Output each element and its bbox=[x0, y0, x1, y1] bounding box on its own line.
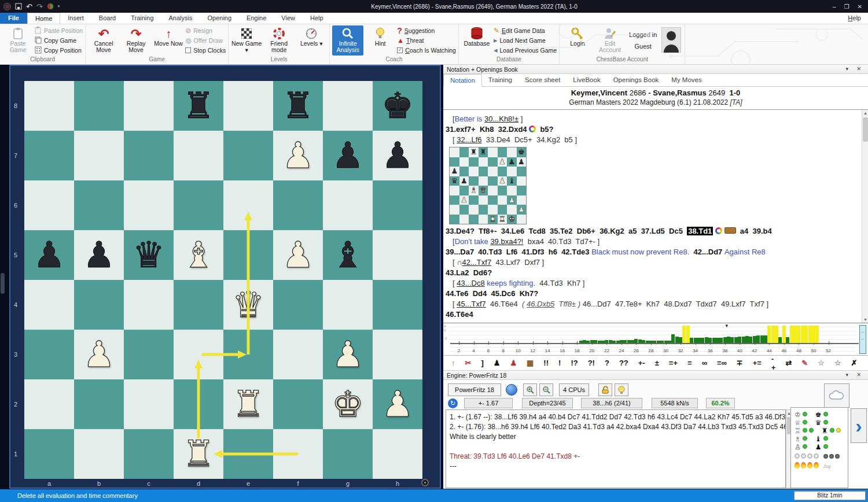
eval-bar[interactable] bbox=[701, 338, 704, 344]
eval-bar[interactable] bbox=[786, 337, 789, 344]
menu-tab-file[interactable]: File bbox=[0, 13, 27, 24]
chess-piece-bP-h7[interactable]: ♟ bbox=[517, 157, 527, 167]
notation-main-line[interactable]: 46.T6e4 bbox=[446, 309, 862, 320]
chess-piece-bP-b5[interactable]: ♟ bbox=[459, 176, 469, 186]
eval-bar[interactable] bbox=[686, 326, 690, 343]
notation-segment[interactable]: 46.T6e4 bbox=[486, 300, 522, 308]
board-square[interactable] bbox=[488, 147, 498, 157]
board-square[interactable] bbox=[450, 147, 459, 157]
board-square[interactable] bbox=[517, 195, 527, 205]
stop-clocks-checkbox[interactable] bbox=[185, 47, 191, 53]
chess-piece-wP-b3[interactable]: ♟ bbox=[459, 195, 469, 205]
eval-bar[interactable] bbox=[771, 326, 775, 343]
lock-button[interactable] bbox=[598, 383, 612, 396]
annotation-symbol[interactable]: ♟ bbox=[510, 359, 517, 367]
notation-panel-controls[interactable]: ▾ ✕ bbox=[845, 66, 865, 72]
eval-bar[interactable] bbox=[623, 340, 627, 344]
eval-bar[interactable] bbox=[620, 340, 623, 343]
eval-bar[interactable] bbox=[583, 340, 586, 343]
annotation-symbol[interactable]: +- bbox=[638, 359, 645, 367]
zoom-in-button[interactable] bbox=[523, 383, 537, 396]
coach-is-watching-checkbox[interactable]: ✓ bbox=[397, 47, 403, 53]
eval-bar[interactable] bbox=[627, 340, 631, 343]
annotation-symbol[interactable]: ?? bbox=[619, 359, 628, 367]
eval-bar[interactable] bbox=[815, 326, 819, 343]
board-square[interactable] bbox=[517, 215, 527, 224]
eval-bar[interactable] bbox=[775, 326, 778, 343]
notation-main-line[interactable]: 33.De4? Tf8+- 34.Le6 Tcd8 35.Te2 Db6+ 36… bbox=[446, 226, 862, 237]
board-square[interactable] bbox=[498, 186, 507, 195]
eval-bar[interactable] bbox=[756, 335, 760, 343]
help-button-right[interactable]: Help bbox=[848, 13, 868, 24]
eval-bar[interactable] bbox=[586, 341, 590, 343]
annotation-symbol[interactable]: ? bbox=[605, 359, 609, 367]
notation-segment[interactable]: Against Re8 bbox=[724, 248, 766, 256]
board-square[interactable] bbox=[459, 205, 469, 215]
board-square[interactable] bbox=[498, 147, 507, 157]
eval-bar[interactable] bbox=[675, 337, 679, 344]
eval-bar[interactable] bbox=[638, 339, 642, 343]
board-square[interactable] bbox=[507, 205, 517, 215]
eval-bar[interactable] bbox=[679, 337, 682, 343]
notation-segment[interactable]: [ ∩ bbox=[453, 258, 462, 267]
notation-variation-line[interactable]: [ ∩42...Txf7 43.Lxf7 Dxf7 ] bbox=[446, 257, 862, 268]
board-square[interactable] bbox=[517, 176, 527, 186]
board-square[interactable] bbox=[469, 205, 479, 215]
chess-piece-bP-a6[interactable]: ♟ bbox=[450, 167, 459, 176]
notation-main-line[interactable]: 39...Da7 40.Td3 Lf6 41.Df3 h6 42.Tde3 Bl… bbox=[446, 247, 862, 257]
minimize-button[interactable]: – bbox=[833, 3, 836, 10]
board-square[interactable] bbox=[488, 157, 498, 167]
ribbon-coach-is-watching[interactable]: ✓Coach Is Watching bbox=[397, 45, 456, 55]
board-square[interactable] bbox=[488, 195, 498, 205]
ribbon-database[interactable]: Database bbox=[461, 25, 492, 56]
chess-piece-wP-h2[interactable]: ♟ bbox=[517, 205, 527, 215]
eval-bar[interactable] bbox=[790, 326, 793, 343]
annotation-symbol[interactable]: = bbox=[687, 359, 692, 367]
board-square[interactable] bbox=[488, 167, 498, 176]
tab-score-sheet[interactable]: Score sheet bbox=[518, 74, 567, 86]
eval-bar[interactable] bbox=[767, 326, 771, 343]
eval-bar[interactable] bbox=[797, 326, 800, 343]
livebook-ring-icon[interactable] bbox=[715, 227, 722, 234]
chess-piece-wP-f7[interactable]: ♟ bbox=[498, 157, 507, 167]
board-square[interactable] bbox=[479, 195, 488, 205]
notation-segment[interactable]: 46.T6e4 bbox=[446, 310, 473, 319]
notation-segment[interactable]: 30...Kh8!± bbox=[484, 115, 518, 123]
eval-bar[interactable] bbox=[764, 335, 767, 343]
tab-training[interactable]: Training bbox=[482, 74, 518, 86]
board-square[interactable] bbox=[507, 167, 517, 176]
annotation-symbol[interactable]: ☆ bbox=[818, 359, 825, 367]
tab-livebook[interactable]: LiveBook bbox=[567, 74, 606, 86]
refresh-icon[interactable]: ↻ bbox=[448, 398, 458, 408]
annotation-symbol[interactable]: ∓ bbox=[737, 359, 743, 367]
engine-lines[interactable]: 1. +- (1.67 --): 38...Lf6 39.h4 a4 40.b4… bbox=[446, 409, 786, 488]
notation-segment[interactable]: 33.De4? Tf8+- 34.Le6 Tcd8 35.Te2 Db6+ 36… bbox=[446, 227, 687, 235]
menu-tab-help[interactable]: Help bbox=[303, 13, 331, 24]
eval-bar[interactable] bbox=[601, 341, 605, 344]
chess-piece-wK-g1[interactable]: ♚ bbox=[507, 215, 517, 224]
eval-bar[interactable] bbox=[605, 340, 608, 343]
chess-piece-wB-c4[interactable]: ♝ bbox=[469, 186, 479, 195]
annotation-symbol[interactable]: ↑ bbox=[451, 359, 455, 367]
board-square[interactable] bbox=[498, 195, 507, 205]
board-square[interactable] bbox=[459, 215, 469, 224]
cloud-button[interactable] bbox=[824, 383, 849, 408]
board-square[interactable] bbox=[517, 167, 527, 176]
eval-bar[interactable] bbox=[668, 341, 671, 344]
eval-bar[interactable] bbox=[612, 341, 616, 344]
close-button[interactable]: ✕ bbox=[858, 3, 862, 10]
chart-scrollbar[interactable] bbox=[859, 325, 866, 354]
redo-icon[interactable]: ↷ bbox=[36, 3, 43, 10]
eval-bar[interactable] bbox=[738, 337, 741, 343]
save-icon[interactable] bbox=[15, 3, 22, 10]
notation-variation-line[interactable]: [Don't take 39.bxa4?! bxa4 40.Td3 Td7+- … bbox=[446, 237, 862, 247]
ribbon-friend-mode[interactable]: Friend mode bbox=[263, 25, 295, 56]
eval-bar[interactable] bbox=[579, 341, 583, 344]
ribbon-offer-draw[interactable]: ◍Offer Draw bbox=[185, 35, 226, 45]
notation-variation-line[interactable]: [ 32...Lf6 33.De4 Dc5+ 34.Kg2 b5 ] bbox=[446, 135, 862, 145]
board-square[interactable] bbox=[517, 186, 527, 195]
eval-bar[interactable] bbox=[719, 338, 723, 343]
menu-tab-training[interactable]: Training bbox=[123, 13, 161, 24]
notation-segment[interactable]: Tff8± ) bbox=[554, 300, 580, 308]
ribbon-load-previous-game[interactable]: ◂Load Previous Game bbox=[494, 45, 557, 55]
